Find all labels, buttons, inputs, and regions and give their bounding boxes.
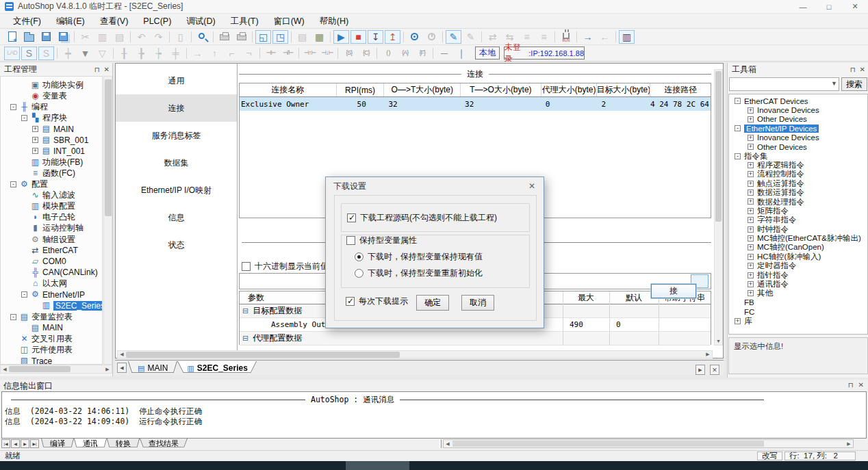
scroll-down-icon[interactable]: ▼: [715, 337, 722, 345]
retain-keep-radio[interactable]: 下载时，保持型变量保持现有值: [355, 251, 483, 263]
tree-item-function-block[interactable]: ▥ 功能块(FB): [1, 157, 102, 168]
toolbox-inovance-devices[interactable]: + Inovance Devices: [729, 105, 867, 114]
insert-row-button[interactable]: ┿: [60, 47, 76, 60]
set-coil-button[interactable]: {S}: [341, 47, 357, 60]
menu-plc[interactable]: PLC(P): [136, 14, 179, 29]
dialog-close-icon[interactable]: ✕: [526, 181, 537, 192]
line-right-button[interactable]: →: [190, 47, 205, 60]
menu-file[interactable]: 文件(F): [5, 14, 49, 29]
output-tab-search-result[interactable]: 查找结果: [140, 439, 188, 449]
tab-connection[interactable]: 连接: [116, 94, 237, 122]
edit-net4-button[interactable]: ╪: [168, 47, 183, 60]
expander-icon[interactable]: +: [748, 235, 754, 241]
new-project-button[interactable]: [4, 30, 20, 44]
compare-button[interactable]: ⇄: [485, 30, 500, 44]
project-horizontal-scrollbar[interactable]: ◀ ▶: [0, 365, 112, 374]
menu-edit[interactable]: 编辑(E): [49, 14, 92, 29]
edit-net3-button[interactable]: ┾: [151, 47, 166, 60]
expander-icon[interactable]: -: [10, 314, 16, 320]
splitter[interactable]: [439, 439, 442, 448]
tab-io-mapping[interactable]: Ethernet/IP I/O映射: [116, 177, 237, 204]
scroll-left-icon[interactable]: ◀: [444, 440, 452, 447]
find-button[interactable]: [194, 30, 210, 44]
save-button[interactable]: [38, 30, 54, 44]
delete-button[interactable]: ▯: [173, 30, 188, 44]
tree-item-config[interactable]: - ⚙ 配置: [1, 179, 102, 190]
checkbox-checked-icon[interactable]: [346, 297, 355, 306]
expander-icon[interactable]: -: [10, 104, 16, 110]
local-connection-button[interactable]: 本地: [475, 47, 500, 60]
device-panel-button[interactable]: ▥: [619, 30, 635, 44]
open-project-button[interactable]: [21, 30, 37, 44]
sfc-view-button[interactable]: S: [38, 47, 54, 60]
reset-coil-button[interactable]: {C}: [358, 47, 374, 60]
paste-button[interactable]: ▤: [112, 30, 127, 44]
checkbox-unchecked-icon[interactable]: [346, 236, 355, 245]
stl-view-button[interactable]: S: [21, 47, 37, 60]
coil-f-button[interactable]: {F}: [414, 47, 430, 60]
coil-a-button[interactable]: {A}: [397, 47, 413, 60]
tab-scroll-left-icon[interactable]: ◀: [117, 363, 127, 373]
monitor-button[interactable]: [407, 30, 422, 44]
line-up-button[interactable]: ↑: [207, 47, 222, 60]
expander-icon[interactable]: +: [748, 162, 754, 168]
prompt-every-download-checkbox[interactable]: 每次下载提示: [346, 296, 408, 307]
scroll-right-icon[interactable]: ▶: [845, 440, 853, 447]
cut-button[interactable]: ✂: [77, 30, 93, 44]
run-button[interactable]: ▶: [333, 30, 349, 44]
toolbox-ethernetip-devices[interactable]: - EtherNet/IP Devices: [729, 124, 867, 133]
expander-icon[interactable]: +: [32, 148, 38, 154]
expander-icon[interactable]: +: [748, 190, 754, 196]
tree-item-function[interactable]: ≡ 函数(FC): [1, 168, 102, 179]
radio-unselected-icon[interactable]: [355, 269, 363, 278]
lad-view-button[interactable]: LAD: [4, 47, 20, 60]
edit-net1-button[interactable]: ╂: [116, 47, 132, 60]
scroll-right-icon[interactable]: ▶: [704, 351, 712, 358]
line-corner2-button[interactable]: ¬: [241, 47, 257, 60]
toolbox-clock[interactable]: + 时钟指令: [729, 224, 867, 233]
retain-attr-checkbox[interactable]: 保持型变量属性: [346, 235, 417, 246]
toolbox-communication[interactable]: + 通讯指令: [729, 280, 867, 289]
expander-icon[interactable]: +: [32, 137, 38, 143]
connection-table-row[interactable]: Exclusive Owner 50 32 32 0 2 20 04 24 78…: [240, 97, 711, 111]
expander-icon[interactable]: -: [735, 125, 741, 131]
tree-item-s2ec-series[interactable]: ▥ S2EC_Series: [1, 300, 102, 311]
toolbox-search-button[interactable]: 搜索: [841, 77, 867, 91]
tree-item-input-filter[interactable]: ∿ 输入滤波: [1, 190, 102, 200]
close-button[interactable]: ✕: [842, 0, 868, 13]
contact-nc-button[interactable]: ⊣/⊢: [280, 47, 296, 60]
expander-icon[interactable]: +: [748, 217, 754, 223]
save-all-button[interactable]: [55, 30, 71, 44]
undo-button[interactable]: ↶: [133, 30, 149, 44]
editor-horizontal-scrollbar[interactable]: ◀ ▶: [117, 350, 713, 358]
expander-icon[interactable]: -: [21, 291, 27, 298]
print-button[interactable]: [233, 30, 249, 44]
toolbox-search-input[interactable]: ▼: [729, 77, 839, 91]
delete-row-button[interactable]: ▽: [94, 47, 110, 60]
radio-selected-icon[interactable]: [355, 252, 363, 261]
expander-icon[interactable]: -: [10, 181, 16, 187]
collapse-icon[interactable]: ⊟: [242, 334, 248, 343]
menu-debug[interactable]: 调试(D): [179, 14, 222, 29]
toolbox-inovance-devices-2[interactable]: + Inovance Devices: [729, 133, 867, 142]
tree-item-module-config[interactable]: ▥ 模块配置: [1, 201, 102, 212]
online-edit-button[interactable]: ✎: [446, 30, 461, 44]
toolbox-string[interactable]: + 字符串指令: [729, 216, 867, 224]
expander-icon[interactable]: +: [748, 263, 754, 269]
toolbox-other-devices-2[interactable]: + Other Devices: [729, 142, 867, 151]
retain-reinit-radio[interactable]: 下载时，保持型变量重新初始化: [355, 267, 483, 279]
tree-item-main[interactable]: + ▤ MAIN: [1, 124, 102, 135]
tree-item-program-blocks[interactable]: - ▚ 程序块: [1, 112, 102, 123]
scroll-right-icon[interactable]: ▶: [103, 365, 112, 373]
hline-button[interactable]: ─: [436, 47, 452, 60]
scrollbar-thumb[interactable]: [126, 352, 400, 358]
close-panel-icon[interactable]: ✕: [860, 66, 865, 73]
expander-icon[interactable]: +: [748, 171, 754, 177]
first-tab-icon[interactable]: |◀: [1, 439, 10, 448]
menu-view[interactable]: 查看(V): [92, 14, 136, 29]
tab-service-message[interactable]: 服务消息标签: [116, 122, 237, 149]
tree-item-axis-group[interactable]: ⚙ 轴组设置: [1, 234, 102, 245]
tree-item-sbr-001[interactable]: + ▤ SBR_001: [1, 135, 102, 146]
tree-item-can[interactable]: ╬ CAN(CANLink): [1, 267, 102, 278]
collapse-icon[interactable]: ⊟: [242, 306, 248, 315]
